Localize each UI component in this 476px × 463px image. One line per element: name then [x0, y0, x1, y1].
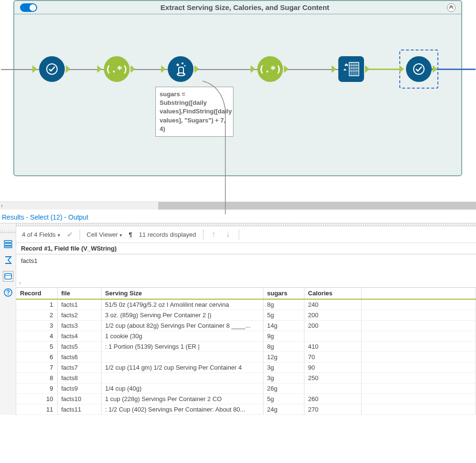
- output-anchor[interactable]: [284, 65, 290, 73]
- cell-sugars[interactable]: 8g: [263, 299, 304, 310]
- cell-sugars[interactable]: 3g: [263, 362, 304, 373]
- table-row[interactable]: 1facts151/5 0z (1479g/5.2 oz I Amolilint…: [16, 299, 476, 310]
- cell-sugars[interactable]: 24g: [263, 404, 304, 415]
- cell-serving[interactable]: 1/2 cup (about 82g) Servings Per Contain…: [101, 321, 263, 331]
- data-cleansing-tool[interactable]: [338, 56, 364, 82]
- cell-sugars[interactable]: 9g: [263, 331, 304, 342]
- col-header-record[interactable]: Record: [16, 288, 57, 299]
- output-anchor[interactable]: [66, 65, 71, 73]
- cell-serving[interactable]: : 1/2 Cup (402) Servings Per Container: …: [101, 404, 263, 415]
- cell-file[interactable]: facts8: [57, 373, 101, 383]
- cell-record[interactable]: 1: [16, 299, 57, 310]
- cell-record[interactable]: 8: [16, 373, 57, 383]
- cell-record[interactable]: 3: [16, 321, 57, 331]
- cell-record[interactable]: 10: [16, 394, 57, 404]
- table-row[interactable]: 6facts612g70: [16, 352, 476, 362]
- input-anchor[interactable]: [251, 65, 256, 73]
- cell-record[interactable]: 4: [16, 331, 57, 342]
- cell-viewer-dropdown[interactable]: Cell Viewer▾: [87, 231, 122, 238]
- cell-calories[interactable]: [304, 331, 361, 342]
- formula-tool[interactable]: [168, 56, 193, 82]
- output-anchor[interactable]: [433, 65, 438, 73]
- input-anchor[interactable]: [332, 65, 337, 73]
- pilcrow-icon[interactable]: ¶: [129, 231, 132, 238]
- col-header-sugars[interactable]: sugars: [263, 288, 304, 299]
- apply-icon[interactable]: ✔: [67, 230, 73, 239]
- workflow-area[interactable]: (.*) (.*): [14, 14, 461, 176]
- output-anchor[interactable]: [194, 65, 200, 73]
- help-tab-icon[interactable]: [3, 287, 13, 298]
- messages-tab-icon[interactable]: [3, 239, 13, 249]
- cell-serving[interactable]: : 1 Portion (5139) Servings 1 (ER |: [101, 342, 263, 352]
- table-row[interactable]: 8facts83g250: [16, 373, 476, 383]
- cell-serving[interactable]: [101, 373, 263, 383]
- cell-file[interactable]: facts6: [57, 352, 101, 362]
- collapse-icon[interactable]: [447, 3, 456, 12]
- cell-file[interactable]: facts2: [57, 310, 101, 321]
- results-table[interactable]: Record file Serving Size sugars Calories…: [16, 288, 476, 415]
- cell-file[interactable]: facts3: [57, 321, 101, 331]
- col-header-file[interactable]: file: [57, 288, 101, 299]
- col-header-calories[interactable]: Calories: [304, 288, 361, 299]
- cell-record[interactable]: 2: [16, 310, 57, 321]
- cell-sugars[interactable]: 5g: [263, 394, 304, 404]
- table-row[interactable]: 3facts31/2 cup (about 82g) Servings Per …: [16, 321, 476, 331]
- container-toggle[interactable]: [20, 3, 37, 12]
- regex-tool[interactable]: (.*): [257, 56, 283, 82]
- cell-calories[interactable]: 70: [304, 352, 361, 362]
- cell-calories[interactable]: 240: [304, 299, 361, 310]
- select-tool[interactable]: [39, 56, 65, 82]
- data-tab-icon[interactable]: [3, 271, 13, 282]
- fields-dropdown[interactable]: 4 of 4 Fields▾: [22, 231, 60, 238]
- cell-file[interactable]: facts10: [57, 394, 101, 404]
- table-row[interactable]: 5facts5: 1 Portion (5139) Servings 1 (ER…: [16, 342, 476, 352]
- output-anchor[interactable]: [365, 65, 371, 73]
- cell-record[interactable]: 9: [16, 383, 57, 394]
- cell-serving[interactable]: 3 oz. (859g) Serving Per Container 2 |): [101, 310, 263, 321]
- cell-serving[interactable]: 1/4 cup (40g): [101, 383, 263, 394]
- next-record-icon[interactable]: ↓: [224, 230, 232, 239]
- cell-calories[interactable]: 90: [304, 362, 361, 373]
- prev-record-icon[interactable]: ↑: [210, 230, 218, 239]
- cell-file[interactable]: facts4: [57, 331, 101, 342]
- cell-calories[interactable]: 270: [304, 404, 361, 415]
- cell-serving[interactable]: 1 cup (228g) Servings Per Container 2 CO: [101, 394, 263, 404]
- table-row[interactable]: 9facts91/4 cup (40g)26g: [16, 383, 476, 394]
- table-row[interactable]: 7facts71/2 cup (114 gm) 1/2 cup Serving …: [16, 362, 476, 373]
- cell-record[interactable]: 7: [16, 362, 57, 373]
- table-row[interactable]: 4facts41 cookie (30g9g: [16, 331, 476, 342]
- cell-serving[interactable]: 1/2 cup (114 gm) 1/2 cup Serving Per Con…: [101, 362, 263, 373]
- table-row[interactable]: 2facts23 oz. (859g) Serving Per Containe…: [16, 310, 476, 321]
- col-header-serving[interactable]: Serving Size: [101, 288, 263, 299]
- cell-sugars[interactable]: 5g: [263, 310, 304, 321]
- cell-sugars[interactable]: 12g: [263, 352, 304, 362]
- input-anchor[interactable]: [32, 65, 38, 73]
- cell-sugars[interactable]: 26g: [263, 383, 304, 394]
- cell-file[interactable]: facts7: [57, 362, 101, 373]
- cell-record[interactable]: 6: [16, 352, 57, 362]
- cell-file[interactable]: facts9: [57, 383, 101, 394]
- cell-calories[interactable]: 200: [304, 310, 361, 321]
- cell-record[interactable]: 5: [16, 342, 57, 352]
- tool-container[interactable]: Extract Serving Size, Calories, and Suga…: [13, 0, 462, 176]
- table-row[interactable]: 10facts101 cup (228g) Servings Per Conta…: [16, 394, 476, 404]
- cell-file[interactable]: facts11: [57, 404, 101, 415]
- input-anchor[interactable]: [97, 65, 103, 73]
- cell-file[interactable]: facts1: [57, 299, 101, 310]
- output-anchor[interactable]: [131, 65, 136, 73]
- cell-calories[interactable]: [304, 383, 361, 394]
- cell-file[interactable]: facts5: [57, 342, 101, 352]
- cell-sugars[interactable]: 14g: [263, 321, 304, 331]
- cell-sugars[interactable]: 3g: [263, 373, 304, 383]
- cell-calories[interactable]: 410: [304, 342, 361, 352]
- regex-tool[interactable]: (.*): [104, 56, 130, 82]
- scroll-left-icon[interactable]: ‹: [19, 279, 21, 286]
- cell-serving[interactable]: 1 cookie (30g: [101, 331, 263, 342]
- table-row[interactable]: 11facts11: 1/2 Cup (402) Servings Per Co…: [16, 404, 476, 415]
- cell-serving[interactable]: 51/5 0z (1479g/5.2 oz I Amolilint near c…: [101, 299, 263, 310]
- select-tool[interactable]: [406, 56, 432, 82]
- cell-calories[interactable]: 260: [304, 394, 361, 404]
- cell-calories[interactable]: 200: [304, 321, 361, 331]
- summary-tab-icon[interactable]: [3, 255, 13, 265]
- cell-serving[interactable]: [101, 352, 263, 362]
